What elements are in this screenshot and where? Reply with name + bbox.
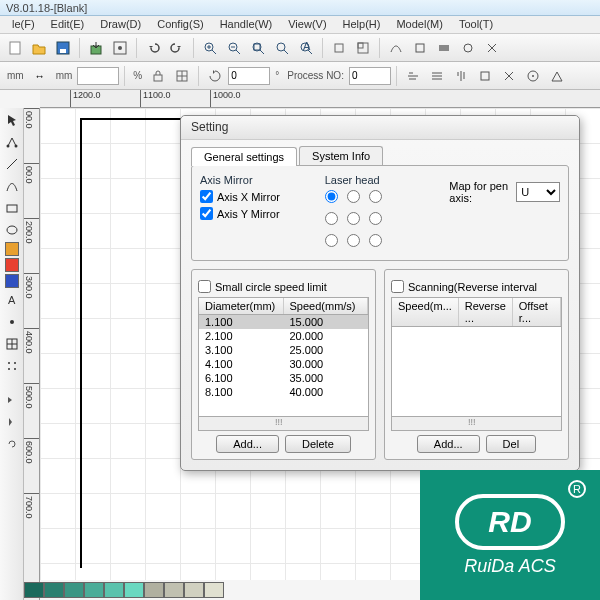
rect-tool-icon[interactable] [2,198,22,218]
align7-icon[interactable] [546,65,568,87]
col-offset[interactable]: Offset r... [513,298,561,326]
rotate-icon[interactable] [204,65,226,87]
color-swatch-red[interactable] [5,258,19,272]
col-speed2[interactable]: Speed(m... [392,298,459,326]
align1-icon[interactable] [402,65,424,87]
laser-head-radio-br[interactable] [369,234,382,247]
menu-view[interactable]: View(V) [280,16,334,33]
swatch[interactable] [24,582,44,598]
align6-icon[interactable] [522,65,544,87]
align5-icon[interactable] [498,65,520,87]
table-row[interactable]: 1.10015.000 [199,315,368,329]
laser-head-radio-ml[interactable] [325,212,338,225]
mirror-v-tool-icon[interactable] [2,390,22,410]
pan-icon[interactable] [328,37,350,59]
zoom-in-icon[interactable] [199,37,221,59]
rotate-tool-icon[interactable] [2,434,22,454]
small-circle-checkbox[interactable]: Small circle speed limit [198,280,369,293]
tab-general-settings[interactable]: General settings [191,147,297,166]
line-tool-icon[interactable] [2,154,22,174]
laser-head-radio-tr[interactable] [369,190,382,203]
laser-head-radio-mr[interactable] [369,212,382,225]
menu-config[interactable]: Config(S) [149,16,211,33]
undo-icon[interactable] [142,37,164,59]
zoom-all-icon[interactable]: A [295,37,317,59]
menu-handle[interactable]: Handle(W) [212,16,281,33]
new-file-icon[interactable] [4,37,26,59]
add-button-1[interactable]: Add... [216,435,279,453]
col-reverse[interactable]: Reverse ... [459,298,513,326]
menu-tool[interactable]: Tool(T) [451,16,501,33]
align4-icon[interactable] [474,65,496,87]
swatch[interactable] [104,582,124,598]
path-icon[interactable] [385,37,407,59]
text-tool-icon[interactable]: A [2,290,22,310]
curve-tool-icon[interactable] [2,176,22,196]
snap-icon[interactable] [171,65,193,87]
grid-tool-icon[interactable] [2,334,22,354]
save-file-icon[interactable] [52,37,74,59]
delete-button-1[interactable]: Delete [285,435,351,453]
width-input[interactable] [77,67,119,85]
col-diameter[interactable]: Diameter(mm) [199,298,284,314]
zoom-select-icon[interactable] [271,37,293,59]
menu-draw[interactable]: Draw(D) [92,16,149,33]
laser-head-radio-bl[interactable] [325,234,338,247]
export-icon[interactable] [109,37,131,59]
table-row[interactable]: 8.10040.000 [199,385,368,399]
laser-head-radio-bc[interactable] [347,234,360,247]
align2-icon[interactable] [426,65,448,87]
swatch[interactable] [164,582,184,598]
menu-model[interactable]: Model(M) [388,16,450,33]
color-swatch-orange[interactable] [5,242,19,256]
swatch[interactable] [84,582,104,598]
swatch[interactable] [44,582,64,598]
table-row[interactable]: 3.10025.000 [199,343,368,357]
menu-edit[interactable]: Edit(E) [43,16,93,33]
import-icon[interactable] [85,37,107,59]
table-row[interactable]: 6.10035.000 [199,371,368,385]
table-row[interactable]: 2.10020.000 [199,329,368,343]
shape3-icon[interactable] [457,37,479,59]
table-row[interactable]: 4.10030.000 [199,357,368,371]
col-speed[interactable]: Speed(mm/s) [284,298,369,314]
grid-icon[interactable] [352,37,374,59]
mirror-h-tool-icon[interactable] [2,412,22,432]
laser-head-radio-mc[interactable] [347,212,360,225]
laser-head-radio-tl[interactable] [325,190,338,203]
lock-icon[interactable] [147,65,169,87]
arrow-h-icon[interactable]: ↔ [29,65,51,87]
tab-system-info[interactable]: System Info [299,146,383,165]
shape2-icon[interactable] [433,37,455,59]
scanning-checkbox[interactable]: Scanning(Reverse interval [391,280,562,293]
scrollbar-horizontal-2[interactable] [391,417,562,431]
swatch[interactable] [184,582,204,598]
del-button-2[interactable]: Del [486,435,537,453]
laser-head-radio-tc[interactable] [347,190,360,203]
swatch[interactable] [144,582,164,598]
axis-x-mirror-checkbox[interactable]: Axis X Mirror [200,190,311,203]
add-button-2[interactable]: Add... [417,435,480,453]
menu-help[interactable]: Help(H) [335,16,389,33]
select-tool-icon[interactable] [2,110,22,130]
shape4-icon[interactable] [481,37,503,59]
node-tool-icon[interactable] [2,132,22,152]
swatch[interactable] [204,582,224,598]
menu-file[interactable]: le(F) [4,16,43,33]
zoom-out-icon[interactable] [223,37,245,59]
process-no-input[interactable] [349,67,391,85]
ellipse-tool-icon[interactable] [2,220,22,240]
map-pen-axis-select[interactable]: U [516,182,560,202]
scrollbar-horizontal[interactable] [198,417,369,431]
axis-y-mirror-checkbox[interactable]: Axis Y Mirror [200,207,311,220]
redo-icon[interactable] [166,37,188,59]
zoom-fit-icon[interactable] [247,37,269,59]
open-file-icon[interactable] [28,37,50,59]
array-tool-icon[interactable] [2,356,22,376]
point-tool-icon[interactable] [2,312,22,332]
color-swatch-blue[interactable] [5,274,19,288]
align3-icon[interactable] [450,65,472,87]
rotate-input[interactable] [228,67,270,85]
swatch[interactable] [124,582,144,598]
swatch[interactable] [64,582,84,598]
